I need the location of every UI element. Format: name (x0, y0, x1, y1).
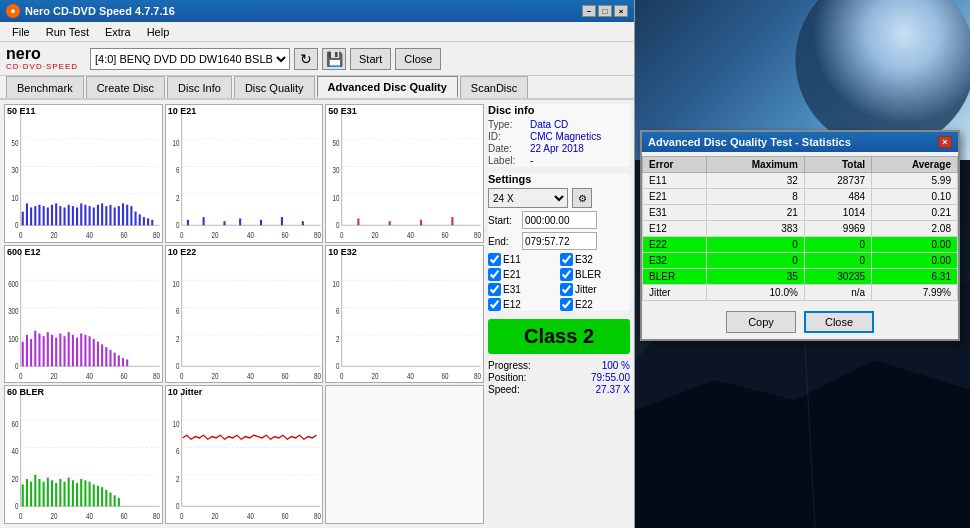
svg-text:600: 600 (8, 279, 18, 289)
svg-text:60: 60 (442, 230, 449, 240)
chart-e12-label: 600 E12 (7, 247, 41, 257)
svg-rect-55 (260, 220, 262, 225)
window-controls: − □ × (582, 5, 628, 17)
menu-run-test[interactable]: Run Test (38, 25, 97, 39)
svg-text:60: 60 (442, 370, 449, 380)
save-button[interactable]: 💾 (322, 48, 346, 70)
tabs: Benchmark Create Disc Disc Info Disc Qua… (0, 76, 634, 100)
svg-text:40: 40 (407, 230, 414, 240)
drive-selector[interactable]: [4:0] BENQ DVD DD DW1640 BSLB (90, 48, 290, 70)
stats-row-total: 30235 (804, 269, 871, 285)
stats-copy-button[interactable]: Copy (726, 311, 796, 333)
progress-section: Progress: 100 % Position: 79:55.00 Speed… (488, 360, 630, 396)
stats-row-max: 383 (707, 221, 804, 237)
svg-text:6: 6 (176, 447, 179, 457)
cb-row-e12: E12 (488, 298, 558, 311)
checkbox-e12-label: E12 (503, 299, 521, 310)
svg-rect-100 (63, 336, 65, 366)
svg-rect-22 (93, 207, 95, 225)
checkbox-e21[interactable] (488, 268, 501, 281)
checkbox-e12[interactable] (488, 298, 501, 311)
svg-rect-32 (135, 212, 137, 226)
app-icon: ● (6, 4, 20, 18)
menu-extra[interactable]: Extra (97, 25, 139, 39)
disc-id-value: CMC Magnetics (530, 131, 601, 142)
cb-row-e21: E21 (488, 268, 558, 281)
content-area: 50 E11 (0, 100, 634, 528)
svg-point-205 (795, 0, 970, 150)
svg-rect-106 (89, 336, 91, 366)
chart-e11-label: 50 E11 (7, 106, 36, 116)
svg-rect-19 (80, 203, 82, 225)
stats-close-button[interactable]: Close (804, 311, 874, 333)
minimize-button[interactable]: − (582, 5, 596, 17)
close-button[interactable]: Close (395, 48, 441, 70)
stats-row-total: 0 (804, 253, 871, 269)
svg-rect-14 (59, 206, 61, 225)
svg-rect-102 (72, 334, 74, 365)
stats-row-max: 21 (707, 205, 804, 221)
stats-row-max: 0 (707, 237, 804, 253)
svg-rect-93 (34, 330, 36, 366)
svg-rect-104 (80, 333, 82, 366)
checkbox-e31-label: E31 (503, 284, 521, 295)
svg-rect-29 (122, 203, 124, 225)
svg-text:80: 80 (153, 230, 160, 240)
window-close-button[interactable]: × (614, 5, 628, 17)
checkbox-e31[interactable] (488, 283, 501, 296)
svg-text:6: 6 (336, 306, 339, 316)
svg-text:20: 20 (372, 230, 379, 240)
right-background: Advanced Disc Quality Test - Statistics … (635, 0, 970, 528)
checkbox-e22[interactable] (560, 298, 573, 311)
checkbox-e22-label: E22 (575, 299, 593, 310)
svg-text:80: 80 (153, 370, 160, 380)
svg-rect-174 (89, 482, 91, 507)
svg-rect-94 (38, 333, 40, 366)
svg-rect-179 (109, 493, 111, 507)
svg-rect-7 (30, 207, 32, 225)
menu-help[interactable]: Help (139, 25, 178, 39)
speed-selector[interactable]: 24 X (488, 188, 568, 208)
svg-rect-56 (281, 217, 283, 225)
stats-row-avg: 2.08 (872, 221, 958, 237)
svg-rect-54 (239, 218, 241, 225)
start-time-input[interactable] (522, 211, 597, 229)
speed-value: 27.37 X (596, 384, 630, 395)
svg-text:60: 60 (281, 511, 288, 521)
stats-dialog-close-icon[interactable]: × (938, 136, 952, 148)
checkbox-e11[interactable] (488, 253, 501, 266)
title-bar: ● Nero CD-DVD Speed 4.7.7.16 − □ × (0, 0, 634, 22)
stats-row-name: E12 (643, 221, 707, 237)
svg-rect-53 (223, 221, 225, 225)
stats-row-total: n/a (804, 285, 871, 301)
chart-empty (325, 385, 484, 524)
tab-create-disc[interactable]: Create Disc (86, 76, 165, 98)
svg-rect-168 (63, 482, 65, 507)
svg-text:20: 20 (372, 370, 379, 380)
stats-row-name: E21 (643, 189, 707, 205)
tab-benchmark[interactable]: Benchmark (6, 76, 84, 98)
refresh-button[interactable]: ↻ (294, 48, 318, 70)
svg-rect-99 (59, 333, 61, 366)
end-time-row: End: (488, 232, 630, 250)
svg-rect-75 (452, 217, 454, 225)
tab-disc-quality[interactable]: Disc Quality (234, 76, 315, 98)
svg-text:40: 40 (407, 370, 414, 380)
svg-text:60: 60 (121, 230, 128, 240)
svg-text:6: 6 (176, 306, 179, 316)
tab-disc-info[interactable]: Disc Info (167, 76, 232, 98)
settings-icon-btn[interactable]: ⚙ (572, 188, 592, 208)
checkbox-e32[interactable] (560, 253, 573, 266)
svg-text:20: 20 (51, 370, 58, 380)
checkbox-jitter[interactable] (560, 283, 573, 296)
stats-row-avg: 0.21 (872, 205, 958, 221)
tab-advanced-disc-quality[interactable]: Advanced Disc Quality (317, 76, 458, 98)
stats-row-total: 484 (804, 189, 871, 205)
tab-scandisc[interactable]: ScanDisc (460, 76, 528, 98)
maximize-button[interactable]: □ (598, 5, 612, 17)
end-time-input[interactable] (522, 232, 597, 250)
menu-file[interactable]: File (4, 25, 38, 39)
checkbox-bler[interactable] (560, 268, 573, 281)
svg-rect-52 (202, 217, 204, 225)
start-button[interactable]: Start (350, 48, 391, 70)
